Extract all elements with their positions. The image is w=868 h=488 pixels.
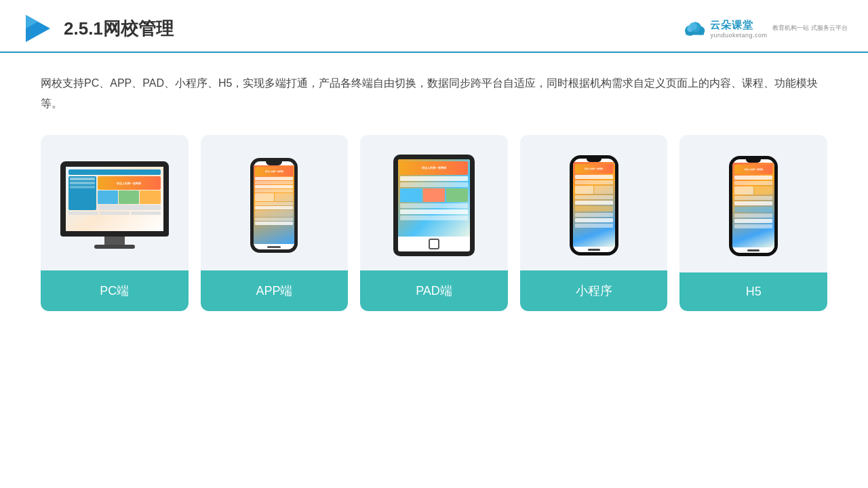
card-pc: 职达人的第一堂网课	[41, 135, 189, 311]
header: 2.5.1网校管理 云朵课堂 yunduoketang.com 教育机构一站 式…	[0, 0, 868, 53]
brand-name-en: yunduoketang.com	[710, 32, 767, 39]
brand-slogan: 教育机构一站 式服务云平台	[772, 24, 848, 33]
card-app-image: 职达人的第一堂网课	[201, 135, 349, 270]
app-phone-mockup: 职达人的第一堂网课	[250, 158, 298, 253]
header-left: 2.5.1网校管理	[20, 12, 174, 45]
card-h5-image: 职达人的第一堂网课	[679, 135, 827, 272]
card-pc-image: 职达人的第一堂网课	[41, 135, 189, 270]
app-phone-home	[267, 246, 281, 248]
miniprogram-screen: 职达人的第一堂网课	[573, 162, 615, 247]
card-app: 职达人的第一堂网课	[201, 135, 349, 311]
brand-logo-wrap: 云朵课堂 yunduoketang.com 教育机构一站 式服务云平台	[682, 19, 848, 39]
card-miniprogram: 职达人的第一堂网课	[520, 135, 668, 311]
logo-play-icon	[20, 12, 53, 45]
card-miniprogram-image: 职达人的第一堂网课	[520, 135, 668, 270]
miniprogram-phone-mockup: 职达人的第一堂网课	[570, 155, 618, 256]
miniprogram-phone-body: 职达人的第一堂网课	[570, 155, 618, 256]
svg-point-8	[690, 22, 701, 33]
h5-phone-mockup: 职达人的第一堂网课	[729, 156, 778, 256]
monitor-mockup: 职达人的第一堂网课	[60, 161, 169, 249]
h5-phone-body: 职达人的第一堂网课	[729, 156, 778, 256]
monitor-body: 职达人的第一堂网课	[60, 161, 169, 237]
brand-text: 云朵课堂 yunduoketang.com	[710, 19, 767, 39]
description-text: 网校支持PC、APP、PAD、小程序、H5，实现多端打通，产品各终端自由切换，数…	[41, 73, 827, 115]
h5-home	[747, 249, 760, 251]
tablet-home-button	[429, 239, 439, 249]
monitor-screen: 职达人的第一堂网课	[66, 167, 163, 231]
brand-name-cn: 云朵课堂	[710, 19, 767, 32]
h5-screen: 职达人的第一堂网课	[732, 163, 774, 247]
app-phone-body: 职达人的第一堂网课	[250, 158, 298, 253]
tablet-body: 职达人的第一堂网课	[393, 155, 475, 256]
card-h5-label: H5	[679, 272, 827, 311]
header-right: 云朵课堂 yunduoketang.com 教育机构一站 式服务云平台	[682, 19, 848, 39]
cards-container: 职达人的第一堂网课	[41, 135, 827, 311]
card-pad: 职达人的第一堂网课	[360, 135, 508, 311]
app-phone-screen: 职达人的第一堂网课	[254, 165, 294, 244]
tablet-screen: 职达人的第一堂网课	[398, 159, 470, 237]
card-pad-image: 职达人的第一堂网课	[360, 135, 508, 270]
main-content: 网校支持PC、APP、PAD、小程序、H5，实现多端打通，产品各终端自由切换，数…	[0, 53, 868, 325]
cloud-icon	[682, 19, 707, 38]
card-h5: 职达人的第一堂网课	[679, 135, 827, 311]
page-title: 2.5.1网校管理	[64, 17, 174, 41]
tablet-mockup: 职达人的第一堂网课	[393, 155, 475, 256]
card-app-label: APP端	[201, 270, 349, 311]
card-pad-label: PAD端	[360, 270, 508, 311]
miniprogram-home	[588, 249, 600, 251]
card-pc-label: PC端	[41, 270, 189, 311]
card-miniprogram-label: 小程序	[520, 270, 668, 311]
